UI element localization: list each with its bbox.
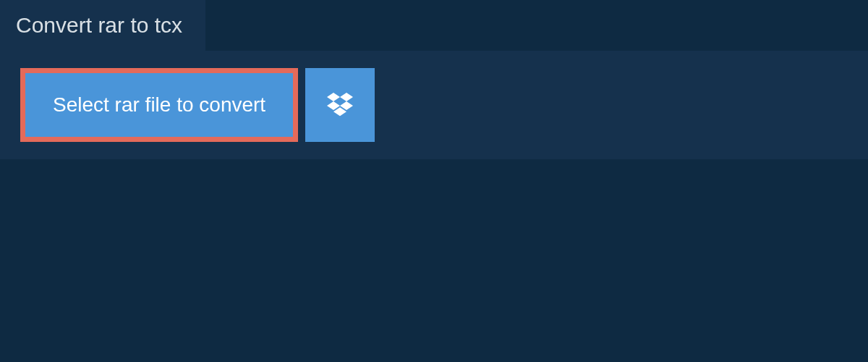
select-file-label: Select rar file to convert (53, 93, 265, 117)
upload-panel: Select rar file to convert (0, 51, 868, 159)
dropbox-icon (327, 90, 353, 119)
select-file-button[interactable]: Select rar file to convert (20, 68, 298, 142)
dropbox-source-button[interactable] (305, 68, 375, 142)
header-tab: Convert rar to tcx (0, 0, 205, 51)
page-title: Convert rar to tcx (16, 13, 182, 38)
